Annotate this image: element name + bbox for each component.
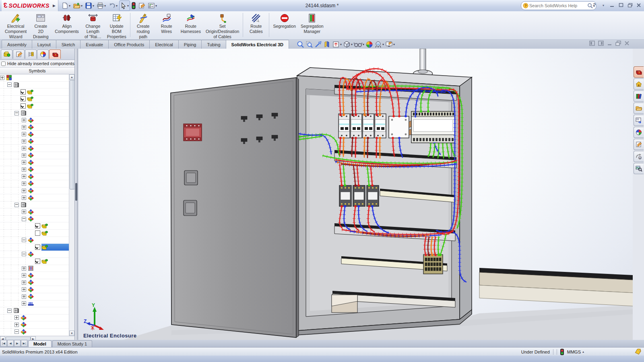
dropdown-caret-icon[interactable]: ▾ — [340, 43, 342, 46]
tab-assembly[interactable]: Assembly — [2, 40, 32, 49]
expand-icon[interactable] — [22, 146, 26, 150]
expand-icon[interactable] — [22, 118, 26, 122]
collapse-icon[interactable] — [22, 238, 26, 242]
expand-icon[interactable] — [22, 153, 26, 158]
doc-close-icon[interactable] — [624, 41, 630, 46]
open-document-button[interactable]: ▾ — [72, 1, 83, 10]
visibility-checkbox[interactable] — [35, 223, 40, 228]
tree-item-034486[interactable] — [0, 96, 69, 103]
options-list-button[interactable]: ▾ — [147, 1, 158, 10]
terminal-block[interactable] — [423, 255, 443, 274]
expand-icon[interactable] — [22, 189, 26, 193]
apply-scene-button[interactable]: ▾ — [374, 41, 384, 48]
expand-icon[interactable] — [22, 139, 26, 144]
tree-item-l2[interactable] — [0, 307, 69, 315]
task-tab-solidworks-electrical[interactable] — [634, 66, 644, 78]
tree-item-k1[interactable] — [0, 216, 69, 223]
expand-icon[interactable] — [14, 315, 19, 320]
dropdown-caret-icon[interactable]: ▾ — [393, 43, 395, 46]
dropdown-caret-icon[interactable]: ▾ — [155, 4, 157, 8]
help-caret-icon[interactable]: ▾ — [599, 1, 608, 9]
sheet-nav-button[interactable]: |◀ — [0, 340, 7, 347]
task-tab-document-preview[interactable] — [634, 163, 644, 174]
tab-tubing[interactable]: Tubing — [201, 40, 226, 49]
zoom-area-button[interactable] — [305, 41, 313, 48]
tree-item-s2[interactable] — [0, 166, 69, 173]
contactors[interactable] — [339, 185, 379, 206]
dropdown-caret-icon[interactable]: ▾ — [81, 4, 83, 8]
expand-icon[interactable] — [22, 160, 26, 165]
zoom-fit-button[interactable] — [297, 41, 304, 48]
expand-icon[interactable] — [22, 181, 26, 186]
visibility-checkbox[interactable] — [35, 245, 40, 250]
sheet-nav-button[interactable]: ▶ — [14, 340, 21, 347]
visibility-checkbox[interactable] — [21, 89, 26, 95]
tree-item-m1[interactable] — [0, 315, 69, 322]
circuit-breakers[interactable] — [339, 114, 414, 138]
tree-item-n1[interactable] — [0, 265, 69, 272]
tree-item-lc7k12[interactable] — [0, 244, 69, 251]
update-bom-properties-button[interactable]: UpdateBOMProperties — [105, 12, 128, 39]
expand-icon[interactable] — [22, 294, 26, 299]
maximize-button[interactable] — [617, 1, 625, 9]
edit-appearance-button[interactable] — [365, 41, 373, 48]
collapse-icon[interactable] — [7, 82, 12, 87]
sheet-nav-button[interactable]: ◀ — [7, 340, 14, 347]
menu-expand-icon[interactable]: ▶ — [53, 4, 56, 8]
save-document-button[interactable]: ▾ — [84, 1, 95, 10]
tree-item-k3[interactable] — [0, 251, 69, 258]
rebuild-traffic-light-button[interactable] — [131, 1, 136, 10]
expand-icon[interactable] — [22, 195, 26, 200]
tree-item-q1[interactable] — [0, 272, 69, 279]
select-cursor-button[interactable]: ▾ — [119, 0, 130, 11]
route-cables-button[interactable]: RouteCables — [245, 12, 267, 34]
units-selector[interactable]: MMGS▴ — [567, 350, 584, 354]
tree-item-s3[interactable] — [0, 173, 69, 181]
tab-solidworks-electrical-3d[interactable]: SolidWorks Electrical 3D — [226, 40, 289, 49]
visibility-checkbox[interactable] — [21, 103, 26, 109]
tree-item-t1[interactable] — [0, 293, 69, 300]
tree-item-q2[interactable] — [0, 279, 69, 286]
expand-icon[interactable] — [14, 323, 19, 327]
tree-item-packaging-line[interactable] — [0, 74, 69, 82]
dropdown-caret-icon[interactable]: ▾ — [116, 4, 118, 8]
dropdown-caret-icon[interactable]: ▾ — [93, 4, 94, 8]
expand-icon[interactable] — [22, 210, 26, 214]
scroll-down-icon[interactable]: ▼ — [69, 331, 74, 336]
tab-office-products[interactable]: Office Products — [108, 40, 150, 49]
tree-item-lc7k12[interactable] — [0, 258, 69, 265]
tree-item-l1[interactable] — [0, 82, 69, 89]
mast-pole[interactable] — [413, 49, 433, 77]
tree-item-h3[interactable] — [0, 131, 69, 138]
tree-item-h1[interactable] — [0, 117, 69, 124]
expand-icon[interactable] — [22, 167, 26, 172]
tree-vertical-scrollbar[interactable]: ▲ ▼ — [69, 74, 74, 336]
print-document-button[interactable]: ▾ — [96, 1, 107, 10]
collapse-icon[interactable] — [14, 203, 19, 207]
collapse-icon[interactable] — [14, 111, 19, 115]
tree-item-h5[interactable] — [0, 145, 69, 152]
visibility-checkbox[interactable] — [35, 230, 40, 236]
tree-item-0001[interactable] — [0, 88, 69, 96]
undo-button[interactable]: ▾ — [107, 1, 118, 10]
help-button[interactable]: ? — [590, 1, 599, 9]
panel-tab-electrical-components[interactable] — [1, 49, 12, 59]
dropdown-caret-icon[interactable]: ▾ — [104, 4, 106, 8]
dropdown-caret-icon[interactable]: ▾ — [351, 43, 353, 46]
splitter-grip[interactable] — [75, 183, 77, 201]
task-tab-pack-and-go[interactable]: @ — [634, 151, 644, 162]
dropdown-caret-icon[interactable]: ▾ — [363, 43, 364, 46]
tree-item-l2[interactable] — [0, 202, 69, 209]
file-properties-button[interactable] — [137, 1, 146, 10]
collapse-icon[interactable] — [14, 329, 19, 334]
conveyor-line[interactable] — [479, 268, 633, 306]
display-style-button[interactable]: ▾ — [343, 41, 353, 48]
tag-icon[interactable] — [635, 349, 642, 355]
pane-left-icon[interactable] — [589, 41, 595, 46]
tree-item-m2[interactable] — [0, 321, 69, 329]
tree-item-s1[interactable] — [0, 159, 69, 167]
hide-show-items-button[interactable]: ▾ — [354, 41, 364, 48]
magnified-selection-button[interactable] — [314, 41, 322, 48]
tab-layout[interactable]: Layout — [32, 40, 56, 49]
new-document-button[interactable]: ▾ — [60, 1, 71, 10]
